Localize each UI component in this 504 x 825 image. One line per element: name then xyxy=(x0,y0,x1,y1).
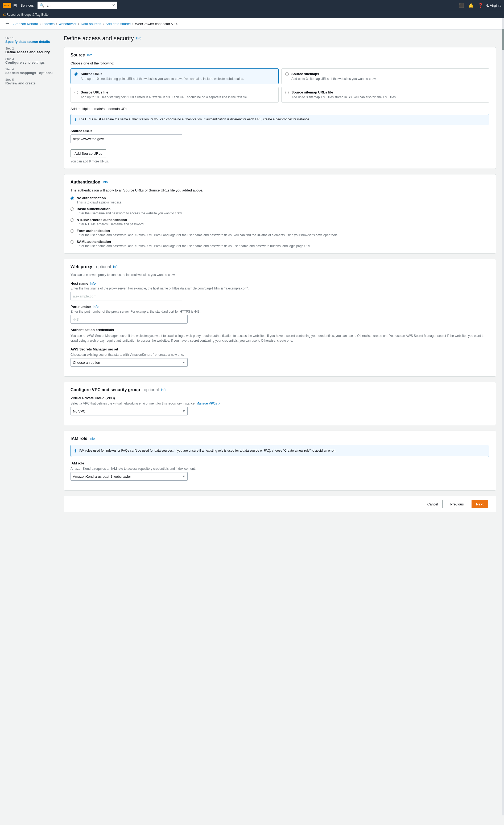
no-auth-label: No authentication xyxy=(77,196,122,200)
saml-auth-label: SAML authentication xyxy=(77,240,312,244)
port-number-desc: Enter the port number of the proxy serve… xyxy=(71,310,489,313)
source-urls-field-label: Source URLs xyxy=(71,129,489,133)
help-icon[interactable]: ❓ xyxy=(478,3,483,8)
cloudshell-icon[interactable]: ⬛ xyxy=(459,3,464,8)
breadcrumb-amazon-kendra[interactable]: Amazon Kendra xyxy=(13,22,38,26)
form-auth-option[interactable]: Form authentication Enter the user name … xyxy=(71,229,489,237)
step-5-title: Review and create xyxy=(5,81,53,85)
port-number-input[interactable] xyxy=(71,315,188,323)
step-5[interactable]: Step 5 Review and create xyxy=(0,76,59,87)
ntlm-auth-label: NTLM/Kerberos authentication xyxy=(77,218,145,222)
bell-icon[interactable]: 🔔 xyxy=(468,3,474,8)
vpc-info-link[interactable]: Info xyxy=(161,388,166,392)
source-urls-file-label: Source URLs file xyxy=(81,90,248,94)
services-button[interactable]: Services xyxy=(19,2,35,8)
port-number-field: Port number Info Enter the port number o… xyxy=(71,305,489,323)
source-info-box: ℹ The URLs must all share the same authe… xyxy=(71,114,489,125)
resource-icon: 🏷 xyxy=(3,12,6,17)
source-radio-grid: Source URLs Add up to 10 seed/starting p… xyxy=(71,68,489,102)
page-title-info-link[interactable]: Info xyxy=(136,36,141,40)
vpc-field: Virtual Private Cloud (VPC) Select a VPC… xyxy=(71,396,489,416)
web-proxy-info-link[interactable]: Info xyxy=(113,265,118,269)
breadcrumb-data-sources[interactable]: Data sources xyxy=(81,22,101,26)
page-title-row: Define access and security Info xyxy=(64,35,496,42)
info-box-icon: ℹ xyxy=(75,117,76,122)
saml-auth-option[interactable]: SAML authentication Enter the user name … xyxy=(71,240,489,248)
host-name-field: Host name Info Enter the host name of th… xyxy=(71,282,489,300)
previous-button[interactable]: Previous xyxy=(446,500,468,508)
no-auth-option[interactable]: No authentication This is to crawl a pub… xyxy=(71,196,489,204)
basic-auth-desc: Enter the username and password to acces… xyxy=(77,212,183,215)
iam-role-select[interactable]: AmazonKendra-us-east-1-webcrawler xyxy=(71,472,188,481)
add-more-helper: You can add 9 more URLs. xyxy=(71,159,489,163)
breadcrumb-add-data-source[interactable]: Add data source xyxy=(106,22,131,26)
port-number-info-link[interactable]: Info xyxy=(93,305,98,309)
saml-auth-desc: Enter the user name and password, and XP… xyxy=(77,244,312,248)
basic-auth-option[interactable]: Basic authentication Enter the username … xyxy=(71,207,489,215)
source-urls-field-group: Source URLs xyxy=(71,129,489,143)
cancel-button[interactable]: Cancel xyxy=(423,500,442,508)
vpc-select[interactable]: No VPC xyxy=(71,407,188,416)
source-urls-card[interactable]: Source URLs Add up to 10 seed/starting p… xyxy=(71,68,279,84)
hamburger-menu[interactable]: ☰ xyxy=(5,21,10,27)
grid-icon[interactable]: ⊞ xyxy=(13,3,17,8)
vpc-field-desc: Select a VPC that defines the virtual ne… xyxy=(71,401,489,405)
resource-label[interactable]: Resource Groups & Tag Editor xyxy=(6,13,50,16)
manage-vpcs-link[interactable]: Manage VPCs ↗ xyxy=(196,401,221,405)
source-urls-input[interactable] xyxy=(71,135,182,143)
no-auth-desc: This is to crawl a public website. xyxy=(77,201,122,204)
source-urls-label: Source URLs xyxy=(81,72,244,76)
right-scrollbar[interactable] xyxy=(502,18,504,815)
scrollbar-thumb xyxy=(502,29,504,50)
host-name-input[interactable] xyxy=(71,292,182,300)
iam-role-section: IAM role Info ℹ IAM roles used for index… xyxy=(64,431,496,491)
ntlm-auth-option[interactable]: NTLM/Kerberos authentication Enter NTLM/… xyxy=(71,218,489,226)
breadcrumb-current: WebCrawler connector V2.0 xyxy=(135,22,178,26)
step-1[interactable]: Step 1 Specify data source details xyxy=(0,35,59,45)
source-urls-file-card[interactable]: Source URLs file Add up to 100 seed/star… xyxy=(71,87,279,102)
iam-role-label: IAM role xyxy=(71,461,489,465)
source-section: Source Info Choose one of the following:… xyxy=(64,47,496,169)
step-1-title: Specify data source details xyxy=(5,40,53,44)
step-2-label: Step 2 xyxy=(5,47,53,50)
authentication-section: Authentication Info The authentication w… xyxy=(64,174,496,253)
iam-role-field: IAM role Amazon Kendra requires an IAM r… xyxy=(71,461,489,481)
host-name-info-link[interactable]: Info xyxy=(90,282,95,286)
iam-role-info-link[interactable]: Info xyxy=(89,437,95,441)
region-selector[interactable]: N. Virginia xyxy=(485,3,501,7)
add-source-urls-button[interactable]: Add Source URLs xyxy=(71,149,106,157)
aws-secrets-field: AWS Secrets Manager secret Choose an exi… xyxy=(71,347,489,367)
ntlm-auth-desc: Enter NTLM/Kerberos username and passwor… xyxy=(77,222,145,226)
step-3[interactable]: Step 3 Configure sync settings xyxy=(0,56,59,66)
next-button[interactable]: Next xyxy=(472,500,488,508)
search-clear-icon[interactable]: ✕ xyxy=(112,3,115,7)
auth-info-link[interactable]: Info xyxy=(102,180,108,184)
source-urls-desc: Add up to 10 seed/starting point URLs of… xyxy=(81,77,244,81)
step-3-label: Step 3 xyxy=(5,57,53,61)
source-sitemaps-card[interactable]: Source sitemaps Add up to 3 sitemap URLs… xyxy=(281,68,489,84)
web-proxy-section: Web proxy - optional Info You can use a … xyxy=(64,259,496,377)
breadcrumb: ☰ Amazon Kendra › Indexes › webcrawler ›… xyxy=(0,18,504,29)
search-input[interactable] xyxy=(46,3,110,7)
step-5-label: Step 5 xyxy=(5,78,53,81)
aws-logo[interactable]: aws xyxy=(3,3,11,8)
auth-radio-group: No authentication This is to crawl a pub… xyxy=(71,196,489,248)
breadcrumb-webcrawler[interactable]: webcrawler xyxy=(59,22,76,26)
step-4[interactable]: Step 4 Set field mappings - optional xyxy=(0,66,59,76)
form-auth-label: Form authentication xyxy=(77,229,338,233)
step-2[interactable]: Step 2 Define access and security xyxy=(0,45,59,56)
source-sitemap-urls-file-desc: Add up to 3 sitemap XML files stored in … xyxy=(291,95,397,99)
source-sitemap-urls-file-card[interactable]: Source sitemap URLs file Add up to 3 sit… xyxy=(281,87,489,102)
info-box-text: The URLs must all share the same authent… xyxy=(79,117,310,122)
vpc-section: Configure VPC and security group - optio… xyxy=(64,382,496,425)
page-title: Define access and security xyxy=(64,35,134,42)
svg-text:aws: aws xyxy=(4,4,9,7)
step-4-label: Step 4 xyxy=(5,68,53,71)
web-proxy-desc: You can use a web proxy to connect to in… xyxy=(71,273,489,277)
host-name-desc: Enter the host name of the proxy server.… xyxy=(71,287,489,290)
source-info-link[interactable]: Info xyxy=(87,53,92,57)
top-nav: aws ⊞ Services 🔍 ✕ ⬛ 🔔 ❓ N. Virginia xyxy=(0,0,504,11)
aws-secrets-select[interactable]: Choose an option xyxy=(71,358,188,367)
breadcrumb-indexes[interactable]: Indexes xyxy=(43,22,55,26)
step-3-title: Configure sync settings xyxy=(5,61,53,64)
